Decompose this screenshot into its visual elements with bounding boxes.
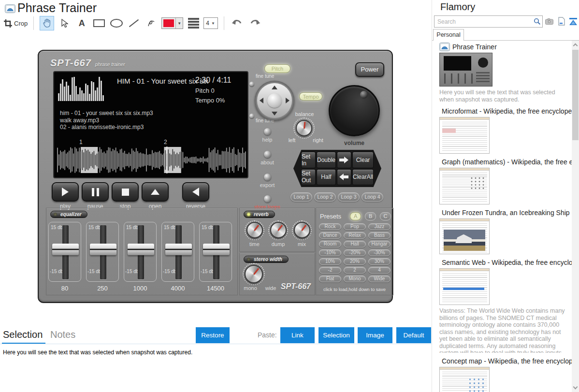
paste-link-button[interactable]: Link bbox=[280, 327, 315, 343]
list-item-graph-mathematics[interactable]: Graph (mathematics) - Wikipedia, the fre… bbox=[439, 157, 572, 204]
device-brand: SPT-667phrase trainer bbox=[50, 58, 125, 69]
double-button: Double bbox=[317, 152, 336, 168]
playlist: him - 01 - your sweet six six six.mp3 wa… bbox=[60, 110, 153, 131]
select-tool-button[interactable] bbox=[57, 16, 72, 30]
list-item-frozen-tundra[interactable]: Under Frozen Tundra, an Icebreaking Ship… bbox=[439, 208, 572, 254]
new-note-button[interactable] bbox=[556, 16, 567, 26]
pause-icon bbox=[92, 188, 99, 196]
equalizer-panel: equalizer 15 db-15 db 80 15 db-15 db 250… bbox=[46, 208, 238, 295]
fine-tune-label: fine tune bbox=[256, 73, 274, 79]
tab-personal[interactable]: Personal bbox=[433, 29, 464, 41]
store-loops-button bbox=[264, 195, 271, 203]
snapshot-list: Phrase Trainer Here you will see the tex… bbox=[432, 41, 572, 392]
tempo-mode-button: Tempo bbox=[299, 92, 322, 101]
snapshot-thumbnail[interactable] bbox=[439, 53, 492, 87]
preset-4: 4 bbox=[368, 267, 391, 274]
search-icon[interactable] bbox=[532, 18, 542, 25]
thickness-tool-button[interactable] bbox=[186, 16, 201, 30]
paste-label: Paste: bbox=[258, 331, 277, 339]
device-display: HIM - 01 - Your sweet six six 2:30 / 4:1… bbox=[53, 71, 248, 178]
about-button bbox=[264, 151, 271, 158]
snapshot-thumbnail[interactable] bbox=[439, 367, 490, 392]
stroke-width-select[interactable]: 4 ▼ bbox=[203, 17, 218, 29]
search-box[interactable] bbox=[434, 15, 543, 28]
play-icon bbox=[62, 188, 69, 196]
fine-tune-led bbox=[249, 114, 254, 118]
preset-buttons: Rock Pop Jazz Dance Relax Bass Room Hall… bbox=[319, 223, 391, 282]
line-tool-button[interactable] bbox=[127, 16, 141, 30]
annotation-color-picker[interactable]: ▼ bbox=[161, 17, 183, 29]
toolbar-separator bbox=[224, 16, 224, 30]
paste-image-button[interactable]: Image bbox=[358, 327, 392, 343]
color-swatch bbox=[163, 19, 174, 27]
play-button: play bbox=[52, 182, 79, 210]
scroll-down-icon[interactable] bbox=[573, 385, 578, 390]
preset-2: 2 bbox=[344, 267, 366, 274]
scroll-up-icon[interactable] bbox=[573, 44, 578, 48]
app-snapshot-icon bbox=[5, 4, 15, 13]
snapshot-thumbnail[interactable] bbox=[439, 218, 490, 254]
preset-mono: Mono bbox=[344, 276, 366, 282]
flamory-logo-button[interactable] bbox=[568, 16, 579, 26]
mono-label: mono bbox=[241, 285, 260, 291]
text-tool-button[interactable]: A bbox=[74, 16, 89, 30]
list-item-microformat[interactable]: Microformat - Wikipedia, the free encycl… bbox=[439, 106, 572, 154]
tab-selection[interactable]: Selection bbox=[3, 329, 43, 340]
balance-right-label: right bbox=[308, 137, 328, 143]
reverse-button: reverse bbox=[182, 182, 209, 210]
export-label: export bbox=[251, 182, 283, 188]
undo-button[interactable] bbox=[230, 16, 245, 30]
dpad-left-icon bbox=[260, 98, 263, 103]
search-input[interactable] bbox=[434, 18, 532, 25]
sidebar-scrollbar[interactable] bbox=[572, 41, 579, 392]
selection-text: Here you will see the text that was sele… bbox=[3, 349, 192, 356]
hand-tool-button[interactable] bbox=[40, 16, 54, 30]
snapshot-snippet: Here you will see the text that was sele… bbox=[439, 89, 572, 103]
ellipse-tool-button[interactable] bbox=[109, 16, 124, 30]
tab-notes[interactable]: Notes bbox=[50, 329, 75, 340]
help-label: help bbox=[251, 137, 283, 143]
right-arrow-icon bbox=[339, 157, 348, 163]
equalizer-bands: 15 db-15 db 80 15 db-15 db 250 15 db-15 … bbox=[48, 222, 237, 292]
list-item-concept-map[interactable]: Concept map - Wikipedia, the free encycl… bbox=[439, 356, 572, 392]
freehand-tool-button[interactable] bbox=[144, 16, 159, 30]
redo-icon bbox=[249, 19, 261, 28]
shift-right-button bbox=[337, 152, 351, 168]
cursor-icon bbox=[60, 19, 68, 28]
eq-slider bbox=[203, 244, 230, 255]
balance-left-label: left bbox=[283, 137, 301, 143]
dpad-down-icon bbox=[272, 112, 277, 116]
reverb-time-knob: time bbox=[243, 221, 266, 247]
capture-camera-button[interactable] bbox=[544, 16, 554, 26]
restore-button[interactable]: Restore bbox=[196, 327, 230, 343]
equalizer-panel-label: equalizer bbox=[50, 211, 87, 218]
redo-button[interactable] bbox=[247, 16, 262, 30]
snapshot-image-phrase-trainer[interactable]: SPT-667phrase trainer HIM - 01 - Your sw… bbox=[38, 50, 393, 303]
preset-hangar: Hangar bbox=[368, 241, 391, 247]
list-item-semantic-web[interactable]: Semantic Web - Wikipedia, the free encyc… bbox=[439, 258, 572, 353]
pause-button: pause bbox=[82, 182, 109, 210]
rectangle-tool-button[interactable] bbox=[92, 16, 106, 30]
snapshot-thumbnail[interactable] bbox=[439, 168, 490, 204]
rectangle-icon bbox=[93, 19, 105, 27]
snapshot-thumbnail[interactable] bbox=[439, 268, 490, 305]
ship-photo bbox=[444, 230, 485, 251]
stop-button: stop bbox=[112, 182, 139, 210]
chevron-down-icon[interactable]: ▼ bbox=[175, 18, 183, 29]
crop-button[interactable]: Crop bbox=[4, 19, 28, 28]
stereo-width-panel: stereo width mono wide SPT-667 bbox=[239, 253, 315, 295]
sidebar-title: Flamory bbox=[440, 1, 475, 13]
presets-label: Presets bbox=[320, 213, 341, 220]
paste-selection-button[interactable]: Selection bbox=[318, 327, 354, 343]
shift-left-button bbox=[337, 169, 351, 186]
set-in-button: Set In bbox=[301, 152, 316, 168]
paste-default-button[interactable]: Default bbox=[396, 327, 431, 343]
device-brand-small: SPT-667 bbox=[281, 282, 311, 291]
scrollbar-thumb[interactable] bbox=[572, 50, 579, 140]
eq-slider bbox=[165, 244, 192, 255]
list-item-phrase-trainer[interactable]: Phrase Trainer Here you will see the tex… bbox=[439, 42, 572, 103]
snapshot-thumbnail[interactable] bbox=[439, 117, 490, 154]
reverb-panel-label: reverb bbox=[244, 211, 275, 218]
loop-1-button: Loop 1 bbox=[290, 192, 312, 202]
presets-panel: Presets A B C Rock Pop Jazz Dance Relax … bbox=[316, 208, 393, 295]
